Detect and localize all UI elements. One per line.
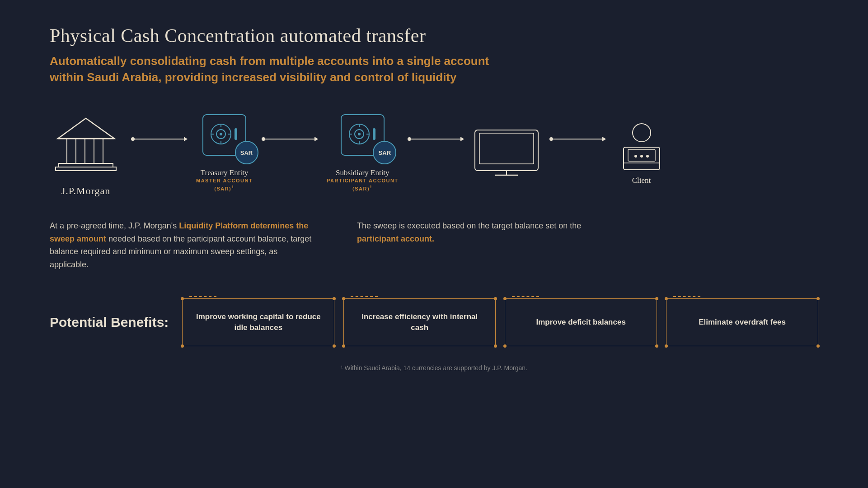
client-entity: Client <box>615 120 669 185</box>
subsidiary-label: Subsidiary Entity <box>336 168 389 177</box>
benefit-card-3: Improve deficit balances <box>505 298 657 346</box>
subtitle: Automatically consolidating cash from mu… <box>50 53 502 86</box>
benefit-text-4: Eliminate overdraft fees <box>699 317 786 328</box>
treasury-sar-badge: SAR <box>235 141 258 164</box>
corner-dot-tl-4 <box>665 297 668 300</box>
benefit-card-2: Increase efficiency with internal cash <box>343 298 496 346</box>
flow-diagram: J.P.Morgan <box>50 108 818 197</box>
corner-dot-tr-1 <box>333 297 336 300</box>
benefit-card-1: Improve working capital to reduce idle b… <box>182 298 334 346</box>
treasury-safe-icon: SAR <box>197 112 252 162</box>
svg-point-31 <box>633 124 651 142</box>
svg-point-37 <box>646 155 649 158</box>
svg-rect-8 <box>56 167 116 171</box>
monitor-entity <box>473 128 540 177</box>
corner-dot-bl-4 <box>665 344 668 348</box>
corner-dot-br-3 <box>655 344 658 348</box>
description-section: At a pre-agreed time, J.P. Morgan's Liqu… <box>50 219 818 271</box>
description-left: At a pre-agreed time, J.P. Morgan's Liqu… <box>50 219 312 271</box>
svg-rect-28 <box>479 133 534 164</box>
svg-rect-26 <box>373 128 375 140</box>
main-container: Physical Cash Concentration automated tr… <box>0 0 868 385</box>
corner-dot-tl-3 <box>503 297 507 300</box>
bank-icon <box>50 108 122 181</box>
arrow-4 <box>549 137 605 141</box>
corner-dot-br-4 <box>816 344 820 348</box>
subsidiary-entity: SAR Subsidiary Entity PARTICIPANT ACCOUN… <box>327 112 398 192</box>
client-label: Client <box>632 176 651 185</box>
corner-dot-br-1 <box>333 344 336 348</box>
treasury-label: Treasury Entity <box>201 168 249 177</box>
treasury-entity: SAR Treasury Entity MASTER ACCOUNT(SAR)1 <box>196 112 253 192</box>
svg-point-12 <box>220 133 222 135</box>
corner-dot-tl-1 <box>181 297 184 300</box>
benefit-text-3: Improve deficit balances <box>536 317 625 328</box>
svg-marker-0 <box>58 118 114 139</box>
arrow-1 <box>131 137 187 141</box>
benefits-section: Potential Benefits: Improve working capi… <box>50 298 818 346</box>
svg-point-35 <box>634 155 637 158</box>
arrow-3 <box>408 137 464 141</box>
svg-rect-32 <box>624 147 660 170</box>
corner-dot-tr-4 <box>816 297 820 300</box>
subsidiary-safe-icon: SAR <box>335 112 389 162</box>
client-icon <box>615 120 669 170</box>
svg-point-21 <box>358 133 361 135</box>
description-right: The sweep is executed based on the targe… <box>357 219 619 271</box>
desc-left-text1: At a pre-agreed time, J.P. Morgan's <box>50 221 179 230</box>
corner-dot-bl-1 <box>181 344 184 348</box>
jpmorgan-entity: J.P.Morgan <box>50 108 122 197</box>
corner-dot-tr-3 <box>655 297 658 300</box>
benefit-cards: Improve working capital to reduce idle b… <box>182 298 818 346</box>
monitor-icon <box>473 128 540 177</box>
title-section: Physical Cash Concentration automated tr… <box>50 25 818 86</box>
svg-rect-17 <box>235 128 237 140</box>
corner-dot-tl-2 <box>342 297 345 300</box>
svg-rect-7 <box>59 163 113 167</box>
benefit-text-1: Improve working capital to reduce idle b… <box>193 311 323 333</box>
desc-right-highlight: participant account. <box>357 234 434 243</box>
jpmorgan-label: J.P.Morgan <box>61 185 111 197</box>
subsidiary-sublabel: PARTICIPANT ACCOUNT(SAR)1 <box>327 177 398 192</box>
corner-dot-bl-3 <box>503 344 507 348</box>
arrow-2 <box>262 137 318 141</box>
corner-dot-tr-2 <box>494 297 497 300</box>
footnote: ¹ Within Saudi Arabia, 14 currencies are… <box>50 364 818 372</box>
treasury-sublabel: MASTER ACCOUNT(SAR)1 <box>196 177 253 192</box>
subsidiary-sar-badge: SAR <box>373 141 396 164</box>
main-title: Physical Cash Concentration automated tr… <box>50 25 818 46</box>
corner-dot-br-2 <box>494 344 497 348</box>
corner-dot-bl-2 <box>342 344 345 348</box>
desc-right-text1: The sweep is executed based on the targe… <box>357 221 581 230</box>
benefit-text-2: Increase efficiency with internal cash <box>355 311 484 333</box>
svg-point-36 <box>640 155 643 158</box>
benefits-label: Potential Benefits: <box>50 314 169 330</box>
benefit-card-4: Eliminate overdraft fees <box>666 298 818 346</box>
svg-rect-27 <box>475 130 538 171</box>
